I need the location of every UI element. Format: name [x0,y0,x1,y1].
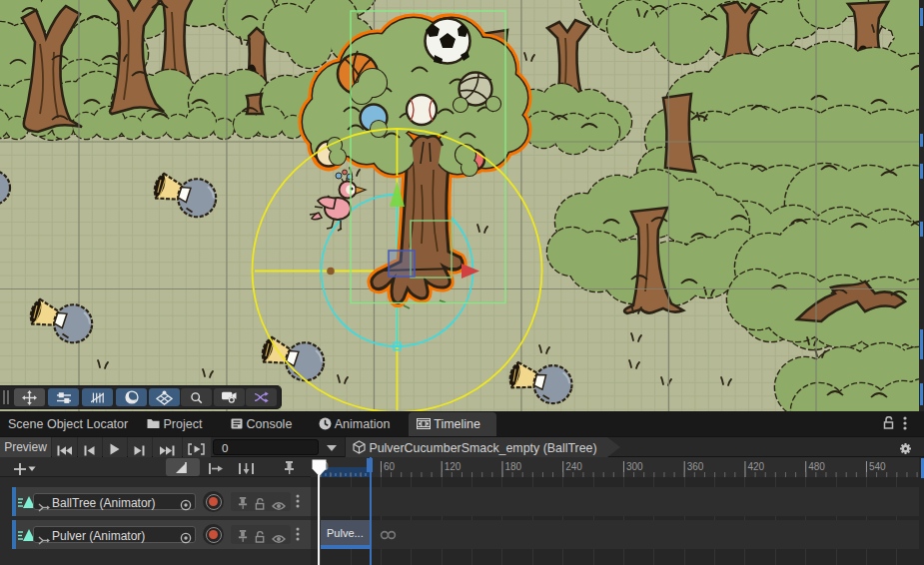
svg-text:300: 300 [626,461,643,472]
svg-text:420: 420 [747,461,764,472]
svg-text:120: 120 [445,461,462,472]
svg-text:240: 240 [565,461,582,472]
svg-text:60: 60 [384,461,396,472]
svg-text:480: 480 [808,461,825,472]
svg-text:180: 180 [504,461,521,472]
svg-text:360: 360 [687,461,704,472]
svg-text:540: 540 [869,461,886,472]
